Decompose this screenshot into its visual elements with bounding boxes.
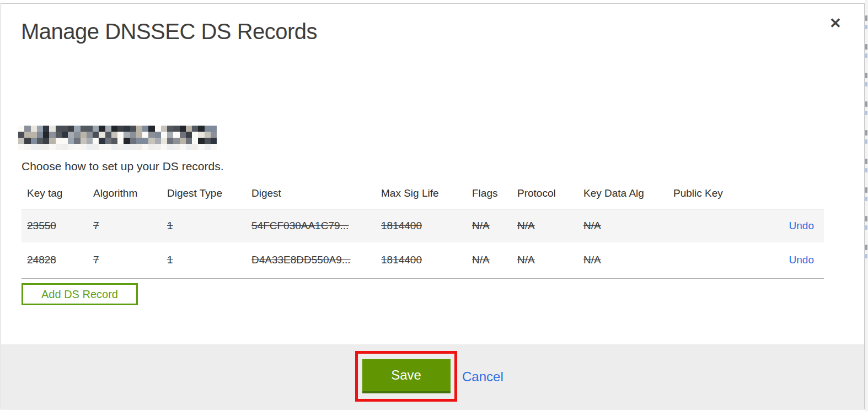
redacted-pixel <box>180 132 186 138</box>
redacted-pixel <box>68 138 74 144</box>
redacted-pixel <box>31 144 37 150</box>
cell-flags: N/A <box>467 209 512 242</box>
undo-link[interactable]: Undo <box>789 254 814 266</box>
col-header-public-key: Public Key <box>668 180 740 209</box>
redacted-pixel <box>173 144 179 150</box>
redacted-pixel <box>130 138 136 144</box>
col-header-algorithm: Algorithm <box>88 180 162 209</box>
redacted-pixel <box>49 132 55 138</box>
redacted-pixel <box>205 132 211 138</box>
backdrop-glyph-fragment <box>865 101 867 107</box>
undo-link[interactable]: Undo <box>789 220 814 232</box>
redacted-pixel <box>87 138 93 144</box>
redacted-pixel <box>62 132 68 138</box>
redacted-pixel <box>124 126 130 132</box>
backdrop-glyph-fragment <box>865 159 867 164</box>
redacted-pixel <box>68 144 74 150</box>
redacted-pixel <box>211 144 217 150</box>
cell-key-data-alg: N/A <box>578 209 668 242</box>
redacted-pixel <box>192 144 198 150</box>
redacted-pixel <box>74 126 80 132</box>
add-ds-record-button[interactable]: Add DS Record <box>22 283 138 305</box>
redacted-pixel <box>148 138 154 144</box>
save-button[interactable]: Save <box>362 359 451 393</box>
col-header-digest-type: Digest Type <box>162 180 246 209</box>
table-header-row: Key tag Algorithm Digest Type Digest Max… <box>22 180 824 209</box>
redacted-pixel <box>43 132 49 138</box>
redacted-pixel <box>161 132 167 138</box>
redacted-pixel <box>186 126 192 132</box>
cell-max-sig-life: 1814400 <box>376 209 467 242</box>
cell-flags: N/A <box>467 242 512 279</box>
redacted-pixel <box>105 138 111 144</box>
instruction-text: Choose how to set up your DS records. <box>22 160 224 173</box>
redacted-pixel <box>211 126 217 132</box>
redacted-pixel <box>130 126 136 132</box>
col-header-digest: Digest <box>246 180 376 209</box>
redacted-pixel <box>24 144 30 150</box>
redacted-pixel <box>18 138 24 144</box>
redacted-pixel <box>111 126 117 132</box>
cell-digest: D4A33E8DD550A9... <box>246 242 376 279</box>
redacted-pixel <box>105 144 111 150</box>
cell-actions: Undo <box>740 242 824 279</box>
redacted-pixel <box>43 138 49 144</box>
redacted-pixel <box>142 144 148 150</box>
redacted-pixel <box>68 132 74 138</box>
redacted-pixel <box>198 144 204 150</box>
cell-digest: 54FCF030AA1C79... <box>246 209 376 242</box>
redacted-pixel <box>31 132 37 138</box>
redacted-pixel <box>180 126 186 132</box>
dnssec-ds-records-modal: Manage DNSSEC DS Records ✕ Choose how to… <box>1 3 865 409</box>
redacted-pixel <box>148 126 154 132</box>
backdrop-glyph-fragment <box>865 168 867 172</box>
backdrop-glyph-fragment <box>865 25 867 29</box>
redacted-pixel <box>24 132 30 138</box>
backdrop-glyph-fragment <box>865 139 867 144</box>
redacted-pixel <box>56 132 62 138</box>
cell-protocol: N/A <box>512 209 578 242</box>
redacted-pixel <box>198 138 204 144</box>
redacted-pixel <box>37 132 43 138</box>
redacted-pixel <box>117 132 124 138</box>
redacted-pixel <box>142 138 148 144</box>
redacted-pixel <box>81 126 87 132</box>
redacted-pixel <box>124 132 130 138</box>
close-icon[interactable]: ✕ <box>826 14 845 33</box>
redacted-pixel <box>136 132 142 138</box>
redacted-pixel <box>186 144 192 150</box>
redacted-pixel <box>124 144 130 150</box>
redacted-pixel <box>111 138 117 144</box>
redacted-pixel <box>117 144 124 150</box>
redacted-pixel <box>130 144 136 150</box>
modal-title: Manage DNSSEC DS Records <box>21 17 317 46</box>
cancel-link[interactable]: Cancel <box>462 369 503 385</box>
col-header-max-sig-life: Max Sig Life <box>376 180 467 209</box>
redacted-pixel <box>24 126 30 132</box>
redacted-pixel <box>105 132 111 138</box>
backdrop-glyph-fragment <box>865 216 867 221</box>
backdrop-glyph-fragment <box>865 73 867 78</box>
col-header-key-tag: Key tag <box>22 180 88 209</box>
redacted-pixel <box>111 144 117 150</box>
annotation-highlight-rectangle: Save <box>355 351 457 402</box>
redacted-pixel <box>24 138 30 144</box>
cell-algorithm: 7 <box>88 209 162 242</box>
backdrop-glyph-fragment <box>865 254 867 258</box>
redacted-pixel <box>105 126 111 132</box>
redacted-pixel <box>173 126 179 132</box>
backdrop-glyph-fragment <box>865 225 867 230</box>
redacted-pixel <box>192 138 198 144</box>
redacted-pixel <box>56 144 62 150</box>
redacted-pixel <box>49 138 55 144</box>
ds-records-table: Key tag Algorithm Digest Type Digest Max… <box>22 180 824 279</box>
redacted-pixel <box>161 144 167 150</box>
redacted-pixel <box>56 126 62 132</box>
col-header-flags: Flags <box>467 180 512 209</box>
redacted-pixel <box>99 126 105 132</box>
cell-actions: Undo <box>740 209 824 242</box>
redacted-pixel <box>43 126 49 132</box>
redacted-pixel <box>167 144 173 150</box>
redacted-pixel <box>130 132 136 138</box>
backdrop-glyph-fragment <box>865 111 867 115</box>
